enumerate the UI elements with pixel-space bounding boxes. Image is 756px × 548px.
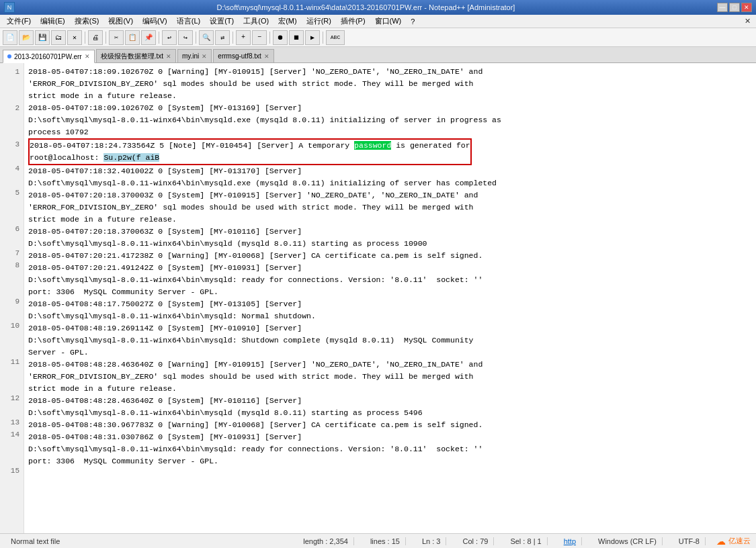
toolbar-zoom-in[interactable]: + xyxy=(236,30,251,45)
tab-errlog-close[interactable]: ✕ xyxy=(85,53,90,60)
menu-plugins[interactable]: 插件(P) xyxy=(337,15,370,28)
toolbar-paste[interactable]: 📌 xyxy=(141,30,156,45)
line-num-14: 14 xyxy=(0,428,24,441)
maximize-button[interactable]: □ xyxy=(729,3,740,12)
code-line-14a: 2018-05-04T08:48:31.030786Z 0 [System] [… xyxy=(28,431,752,443)
tab-report[interactable]: 校级报告数据整理.txt ✕ xyxy=(96,49,176,62)
password-value-highlight: Su.p2w(f aiB xyxy=(103,153,159,162)
code-line-13: 2018-05-04T08:48:30.967783Z 0 [Warning] … xyxy=(28,419,752,431)
minimize-button[interactable]: — xyxy=(717,3,728,12)
tab-active-dot xyxy=(7,54,11,58)
toolbar-zoom-out[interactable]: − xyxy=(252,30,267,45)
close-button[interactable]: ✕ xyxy=(741,3,752,12)
cloud-icon: ☁ xyxy=(716,536,726,547)
tab-myini-close[interactable]: ✕ xyxy=(202,53,207,60)
code-line-8b: D:\soft\mysql\mysql-8.0.11-winx64\bin\my… xyxy=(28,274,752,286)
code-line-7: 2018-05-04T07:20:21.417238Z 0 [Warning] … xyxy=(28,250,752,262)
menu-window[interactable]: 窗口(W) xyxy=(371,15,406,28)
editor-area[interactable]: 2018-05-04T07:18:09.102670Z 0 [Warning] … xyxy=(24,63,756,533)
code-line-1b: 'ERROR_FOR_DIVISION_BY_ZERO' sql modes s… xyxy=(28,78,752,90)
status-length: length : 2,354 xyxy=(298,537,354,545)
menu-run[interactable]: 运行(R) xyxy=(302,15,335,28)
line-num-1: 1 xyxy=(0,66,24,78)
code-line-15 xyxy=(28,467,752,479)
tab-errmsg[interactable]: errmsg-utf8.txt ✕ xyxy=(213,49,274,62)
status-encoding: UTF-8 xyxy=(673,537,706,545)
close-app-button[interactable]: ✕ xyxy=(742,17,753,26)
line-num-4: 4 xyxy=(0,163,24,175)
toolbar-sep4 xyxy=(196,32,196,44)
menu-tools[interactable]: 工具(O) xyxy=(239,15,273,28)
menu-language[interactable]: 语言(L) xyxy=(173,15,204,28)
status-lineending: Windows (CR LF) xyxy=(593,537,663,545)
password-highlight: password xyxy=(354,141,391,150)
line-numbers: 1 2 3 4 5 6 7 8 9 10 11 12 13 14 xyxy=(0,63,24,533)
main-content: 1 2 3 4 5 6 7 8 9 10 11 12 13 14 xyxy=(0,63,756,533)
code-line-5a: 2018-05-04T07:20:18.370003Z 0 [System] [… xyxy=(28,189,752,201)
status-col: Col : 79 xyxy=(457,537,494,545)
toolbar-close[interactable]: ✕ xyxy=(67,30,82,45)
toolbar-abc[interactable]: ABC xyxy=(326,30,345,45)
toolbar-macro-stop[interactable]: ⏹ xyxy=(289,30,304,45)
toolbar-saveall[interactable]: 🗂 xyxy=(51,30,66,45)
code-line-12b: D:\soft\mysql\mysql-8.0.11-winx64\bin\my… xyxy=(28,407,752,419)
toolbar-save[interactable]: 💾 xyxy=(35,30,50,45)
toolbar-redo[interactable]: ↪ xyxy=(178,30,193,45)
tab-report-close[interactable]: ✕ xyxy=(166,53,171,60)
code-line-4b: D:\soft\mysql\mysql-8.0.11-winx64\bin\my… xyxy=(28,177,752,189)
toolbar-replace[interactable]: ⇄ xyxy=(215,30,230,45)
toolbar-cut[interactable]: ✂ xyxy=(109,30,124,45)
code-line-5c: strict mode in a future release. xyxy=(28,214,752,226)
status-sel: Sel : 8 | 1 xyxy=(505,537,547,545)
line-num-10: 10 xyxy=(0,320,24,332)
tab-errmsg-close[interactable]: ✕ xyxy=(264,53,269,60)
code-line-14b: D:\soft\mysql\mysql-8.0.11-winx64\bin\my… xyxy=(28,443,752,455)
toolbar-macro-play[interactable]: ▶ xyxy=(305,30,320,45)
menu-edit[interactable]: 编辑(E) xyxy=(36,15,69,28)
line-num-5: 5 xyxy=(0,187,24,199)
line-num-12: 12 xyxy=(0,392,24,404)
menu-encoding[interactable]: 编码(V) xyxy=(138,15,171,28)
code-line-2b: D:\soft\mysql\mysql-8.0.11-winx64\bin\my… xyxy=(28,114,752,126)
code-line-14c: port: 3306 MySQL Community Server - GPL. xyxy=(28,455,752,467)
menu-file[interactable]: 文件(F) xyxy=(3,15,35,28)
toolbar-sep1 xyxy=(85,32,85,44)
watermark-area: ☁ 亿速云 xyxy=(716,536,751,547)
title-bar-buttons: — □ ✕ xyxy=(717,3,752,12)
code-line-9a: 2018-05-04T08:48:17.750027Z 0 [System] [… xyxy=(28,298,752,310)
status-ln: Ln : 3 xyxy=(417,537,447,545)
tab-report-label: 校级报告数据整理.txt xyxy=(101,52,163,61)
code-line-12a: 2018-05-04T08:48:28.463640Z 0 [System] [… xyxy=(28,395,752,407)
line-num-15: 15 xyxy=(0,465,24,477)
code-line-1a: 2018-05-04T07:18:09.102670Z 0 [Warning] … xyxy=(28,66,752,78)
line-num-6: 6 xyxy=(0,223,24,235)
toolbar-copy[interactable]: 📋 xyxy=(125,30,140,45)
code-line-1c: strict mode in a future release. xyxy=(28,90,752,102)
menu-macro[interactable]: 宏(M) xyxy=(274,15,301,28)
menu-help[interactable]: ? xyxy=(407,16,419,27)
toolbar-new[interactable]: 📄 xyxy=(3,30,17,45)
menu-search[interactable]: 搜索(S) xyxy=(71,15,103,28)
toolbar-print[interactable]: 🖨 xyxy=(88,30,103,45)
line-num-8: 8 xyxy=(0,259,24,271)
toolbar-macro-record[interactable]: ⏺ xyxy=(273,30,288,45)
line-num-11: 11 xyxy=(0,356,24,368)
code-line-4a: 2018-05-04T07:18:32.401002Z 0 [System] [… xyxy=(28,165,752,177)
code-line-6b: D:\soft\mysql\mysql-8.0.11-winx64\bin\my… xyxy=(28,238,752,250)
code-line-11a: 2018-05-04T08:48:28.463640Z 0 [Warning] … xyxy=(28,359,752,371)
toolbar-open[interactable]: 📂 xyxy=(19,30,34,45)
toolbar-undo[interactable]: ↩ xyxy=(162,30,177,45)
tab-myini[interactable]: my.ini ✕ xyxy=(177,49,212,62)
line-num-3: 3 xyxy=(0,138,24,150)
title-bar-icon: N xyxy=(4,2,15,13)
menu-settings[interactable]: 设置(T) xyxy=(206,15,238,28)
toolbar-sep3 xyxy=(159,32,159,44)
watermark-text: 亿速云 xyxy=(728,536,751,546)
status-filetype: Normal text file xyxy=(5,537,65,545)
menu-view[interactable]: 视图(V) xyxy=(104,15,137,28)
tab-errlog[interactable]: 2013-20160701PW.err ✕ xyxy=(3,50,95,63)
toolbar-find[interactable]: 🔍 xyxy=(199,30,214,45)
code-line-8c: port: 3306 MySQL Community Server - GPL. xyxy=(28,286,752,298)
title-bar-text: D:\soft\mysql\mysql-8.0.11-winx64\data\2… xyxy=(15,3,717,11)
code-line-10c: Server - GPL. xyxy=(28,347,752,359)
